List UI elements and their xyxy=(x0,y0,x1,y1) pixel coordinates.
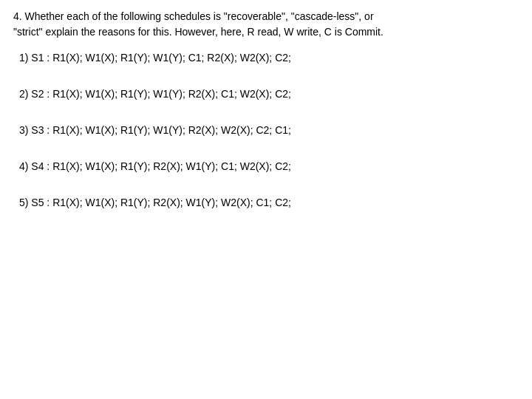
schedule-3: 3) S3 : R1(X); W1(X); R1(Y); W1(Y); R2(X… xyxy=(19,123,519,138)
schedule-4-text: 4) S4 : R1(X); W1(X); R1(Y); R2(X); W1(Y… xyxy=(19,160,291,172)
header-line2: "strict" explain the reasons for this. H… xyxy=(13,24,519,40)
schedule-3-text: 3) S3 : R1(X); W1(X); R1(Y); W1(Y); R2(X… xyxy=(19,124,291,136)
schedule-1-text: 1) S1 : R1(X); W1(X); R1(Y); W1(Y); C1; … xyxy=(19,52,291,64)
schedule-2-text: 2) S2 : R1(X); W1(X); R1(Y); W1(Y); R2(X… xyxy=(19,88,291,100)
schedule-2: 2) S2 : R1(X); W1(X); R1(Y); W1(Y); R2(X… xyxy=(19,86,519,102)
header-line1: 4. Whether each of the following schedul… xyxy=(13,9,519,24)
schedule-4: 4) S4 : R1(X); W1(X); R1(Y); R2(X); W1(Y… xyxy=(19,159,519,174)
schedule-5: 5) S5 : R1(X); W1(X); R1(Y); R2(X); W1(Y… xyxy=(19,195,519,211)
schedule-1: 1) S1 : R1(X); W1(X); R1(Y); W1(Y); C1; … xyxy=(19,50,519,66)
schedule-5-text: 5) S5 : R1(X); W1(X); R1(Y); R2(X); W1(Y… xyxy=(19,197,291,208)
question-header: 4. Whether each of the following schedul… xyxy=(13,9,519,40)
